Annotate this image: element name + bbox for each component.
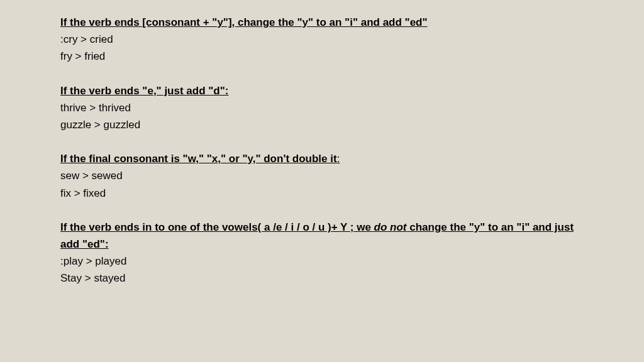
rule-heading-pre: If the verb ends in to one of the vowels… [60,221,374,233]
example-line: sew > sewed [60,167,586,184]
rule-heading-text: If the final consonant is "w," "x," or "… [60,153,337,165]
example-line: :play > played [60,253,586,270]
example-line: fix > fixed [60,185,586,202]
rule-heading: If the verb ends [consonant + "y"], chan… [60,14,586,31]
rule-heading: If the verb ends in to one of the vowels… [60,219,586,253]
rule-heading-text: If the verb ends [consonant + "y"], chan… [60,16,428,28]
example-line: :cry > cried [60,31,586,48]
example-line: fry > fried [60,48,586,65]
rule-heading-text: If the verb ends "e," just add "d": [60,85,228,97]
example-line: guzzle > guzzled [60,116,586,133]
rule-heading: If the verb ends "e," just add "d": [60,82,586,99]
rule-block: If the verb ends "e," just add "d": thri… [60,82,586,134]
rule-heading-tail: : [337,153,340,165]
rule-heading-italic: do not [374,221,407,233]
example-line: thrive > thrived [60,99,586,116]
rule-block: If the verb ends [consonant + "y"], chan… [60,14,586,65]
rule-block: If the verb ends in to one of the vowels… [60,219,586,287]
rule-heading: If the final consonant is "w," "x," or "… [60,150,586,167]
rule-block: If the final consonant is "w," "x," or "… [60,150,586,202]
example-line: Stay > stayed [60,270,586,287]
